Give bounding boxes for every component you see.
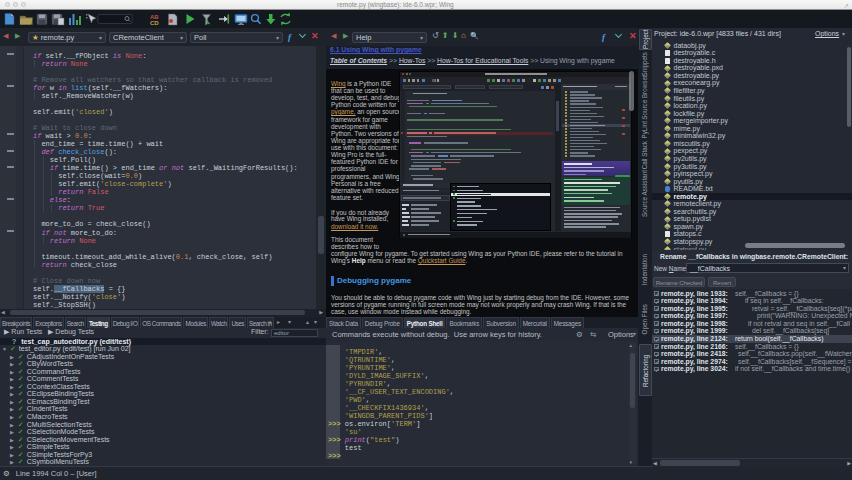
svg-text:AB: AB: [150, 14, 159, 20]
svg-text:CD: CD: [150, 20, 159, 26]
